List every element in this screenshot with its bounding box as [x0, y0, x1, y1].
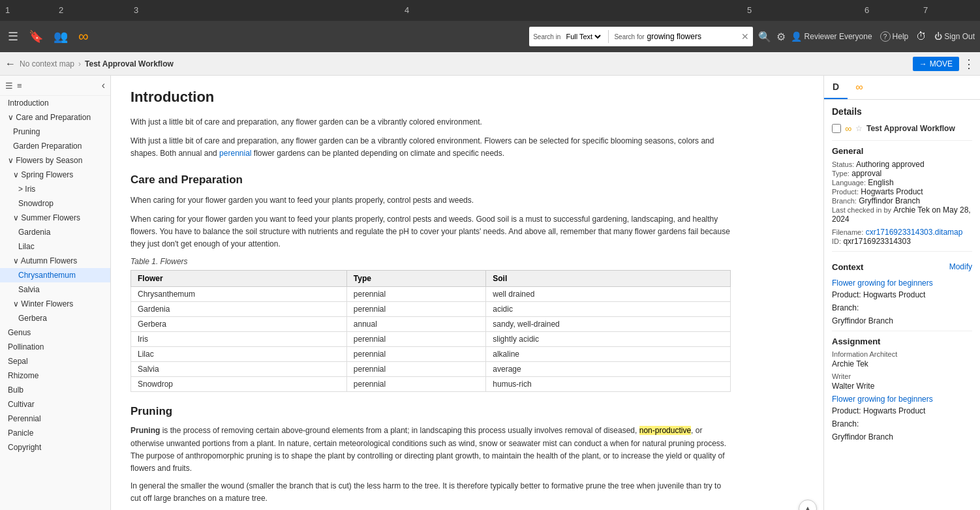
- writer-context-link[interactable]: Flower growing for beginners: [832, 395, 972, 404]
- last-checked-row: Last checked in by Archie Tek on May 28,…: [832, 205, 972, 224]
- context-product: Product: Hogwarts Product: [832, 290, 972, 299]
- writer-label: Writer: [832, 372, 972, 380]
- table-row: Snowdropperennialhumus-rich: [131, 377, 731, 392]
- help-btn[interactable]: ? Help: [880, 31, 909, 42]
- sidebar-item-rhizome[interactable]: Rhizome: [0, 368, 110, 383]
- search-icon[interactable]: 🔍: [758, 31, 771, 43]
- sidebar-item-pruning[interactable]: Pruning: [0, 125, 110, 139]
- pruning-para-2: In general the smaller the wound (smalle…: [130, 480, 731, 505]
- sidebar-item-iris[interactable]: > Iris: [0, 182, 110, 196]
- workflow-header: ∞ ☆ Test Approval Workflow: [832, 123, 972, 134]
- history-icon[interactable]: ⏱: [916, 31, 926, 42]
- modify-link[interactable]: Modify: [949, 262, 972, 271]
- id-label: ID:: [832, 237, 841, 245]
- branch-label: Branch:: [832, 197, 857, 205]
- search-in-label: Search in: [533, 33, 560, 40]
- type-value: approval: [851, 169, 881, 178]
- move-button[interactable]: → MOVE: [913, 57, 959, 71]
- filter-icon[interactable]: ⚙: [776, 31, 786, 43]
- search-in-select[interactable]: Full Text Title: [563, 32, 603, 41]
- pruning-para-1: Pruning is the process of removing certa…: [130, 425, 731, 475]
- toc-icon-2[interactable]: ≡: [17, 81, 22, 91]
- context-link[interactable]: Flower growing for beginners: [832, 278, 972, 288]
- filename-label: Filename:: [832, 228, 863, 236]
- workflow-tab[interactable]: ∞: [848, 76, 871, 99]
- status-row: Status: Authoring approved: [832, 160, 972, 169]
- search-clear-icon[interactable]: ✕: [741, 31, 749, 42]
- product-label: Product:: [832, 188, 859, 196]
- move-arrow-icon: →: [919, 59, 927, 68]
- writer-branch-label: Branch:: [832, 419, 972, 428]
- flowers-table: Flower Type Soil Chrysanthemumperennialw…: [130, 270, 731, 392]
- sidebar-item-care[interactable]: ∨ Care and Preparation: [0, 110, 110, 125]
- sidebar-item-winter[interactable]: ∨ Winter Flowers: [0, 297, 110, 311]
- sidebar-item-pollination[interactable]: Pollination: [0, 340, 110, 354]
- sidebar-item-flowers-season[interactable]: ∨ Flowers by Season: [0, 153, 110, 168]
- context-row: Context Modify: [832, 257, 972, 276]
- sidebar-item-lilac[interactable]: Lilac: [0, 239, 110, 254]
- marker-1: 1: [5, 5, 10, 15]
- care-section-title: Care and Preparation: [130, 173, 731, 187]
- search-input[interactable]: [647, 32, 739, 41]
- table-row: Lilacperennialalkaline: [131, 347, 731, 362]
- sidebar-toggle[interactable]: ‹: [102, 80, 105, 91]
- details-title: Details: [832, 106, 972, 117]
- details-tab[interactable]: D: [824, 76, 848, 99]
- marker-6: 6: [865, 5, 869, 15]
- sidebar-item-copyright[interactable]: Copyright: [0, 440, 110, 455]
- col-flower: Flower: [131, 271, 347, 287]
- sidebar-item-gerbera[interactable]: Gerbera: [0, 311, 110, 325]
- sidebar-item-snowdrop[interactable]: Snowdrop: [0, 196, 110, 211]
- workflow-star-icon[interactable]: ☆: [855, 124, 863, 133]
- sidebar-item-summer[interactable]: ∨ Summer Flowers: [0, 211, 110, 225]
- marker-7: 7: [923, 5, 928, 15]
- filename-value[interactable]: cxr1716923314303.ditamap: [866, 228, 963, 237]
- toc-icon-1[interactable]: ☰: [5, 81, 13, 91]
- signout-btn[interactable]: ⏻ Sign Out: [934, 32, 975, 41]
- more-options-icon[interactable]: ⋮: [963, 57, 975, 71]
- sidebar-item-genus[interactable]: Genus: [0, 325, 110, 340]
- workflow-name: Test Approval Workflow: [866, 124, 955, 133]
- product-value: Hogwarts Product: [861, 187, 923, 196]
- id-row: ID: qxr1716923314303: [832, 237, 972, 246]
- marker-5: 5: [747, 5, 752, 15]
- reviewer-label[interactable]: 👤 Reviewer Everyone: [791, 31, 872, 42]
- hamburger-icon[interactable]: ☰: [5, 27, 21, 46]
- back-button[interactable]: ←: [5, 58, 16, 70]
- bookmark-icon[interactable]: 🔖: [26, 27, 46, 46]
- sidebar-item-sepal[interactable]: Sepal: [0, 354, 110, 368]
- sidebar-item-introduction[interactable]: Introduction: [0, 96, 110, 110]
- product-row: Product: Hogwarts Product: [832, 187, 972, 196]
- users-icon[interactable]: 👥: [51, 27, 70, 46]
- right-panel: D ∞ Details ∞ ☆ Test Approval Workflow G…: [823, 76, 980, 510]
- breadcrumb-chevron: ›: [78, 59, 81, 68]
- infinity-icon[interactable]: ∞: [76, 25, 91, 48]
- perennial-link[interactable]: perennial: [219, 149, 251, 158]
- left-sidebar: ☰ ≡ ‹ Introduction ∨ Care and Preparatio…: [0, 76, 111, 510]
- sidebar-item-salvia[interactable]: Salvia: [0, 282, 110, 297]
- scroll-up-button[interactable]: ▲: [799, 500, 817, 510]
- breadcrumb-current: Test Approval Workflow: [85, 59, 174, 68]
- marker-3: 3: [134, 5, 138, 15]
- workflow-checkbox[interactable]: [832, 124, 841, 133]
- sidebar-item-autumn[interactable]: ∨ Autumn Flowers: [0, 254, 110, 268]
- filename-row: Filename: cxr1716923314303.ditamap: [832, 228, 972, 237]
- table-row: Gerberaannualsandy, well-drained: [131, 317, 731, 332]
- sidebar-item-garden-prep[interactable]: Garden Preparation: [0, 139, 110, 153]
- id-value: qxr1716923314303: [843, 237, 910, 246]
- sidebar-item-spring[interactable]: ∨ Spring Flowers: [0, 168, 110, 182]
- sidebar-item-gardenia[interactable]: Gardenia: [0, 225, 110, 239]
- info-architect-label: Information Architect: [832, 350, 972, 358]
- sidebar-item-bulb[interactable]: Bulb: [0, 383, 110, 397]
- intro-para-2: With just a little bit of care and prepa…: [130, 135, 731, 160]
- care-para-1: When caring for your flower garden you w…: [130, 194, 731, 207]
- sidebar-item-cultivar[interactable]: Cultivar: [0, 397, 110, 412]
- search-for-label: Search for: [614, 33, 644, 40]
- sidebar-item-perennial[interactable]: Perennial: [0, 412, 110, 426]
- table-row: Gardeniaperennialacidic: [131, 302, 731, 317]
- table-row: Irisperennialslightly acidic: [131, 332, 731, 347]
- sidebar-item-chrysanthemum[interactable]: Chrysanthemum: [0, 268, 110, 282]
- pruning-title: Pruning: [130, 405, 731, 418]
- sidebar-item-panicle[interactable]: Panicle: [0, 426, 110, 440]
- col-type: Type: [346, 271, 486, 287]
